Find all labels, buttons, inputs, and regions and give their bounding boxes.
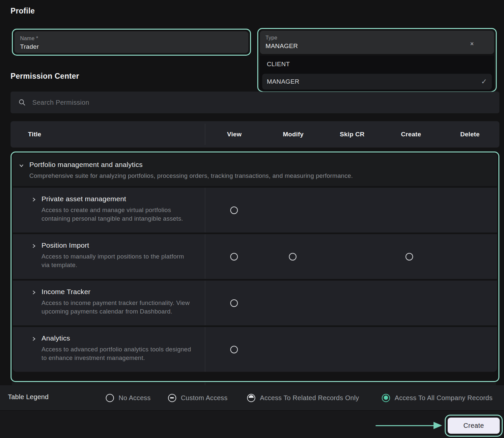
name-field[interactable]: Name * Trader [14, 31, 248, 53]
name-field-highlight: Name * Trader [12, 29, 251, 56]
group-title: Portfolio management and analytics [29, 161, 497, 169]
radio-create-no-access[interactable] [406, 253, 413, 260]
permission-row-position-import: Position Import Access to manually impor… [13, 234, 497, 279]
type-option-manager[interactable]: MANAGER ✓ [262, 74, 492, 90]
row-title: Position Import [42, 241, 192, 249]
row-column-divider [205, 281, 205, 325]
column-header-create: Create [381, 131, 440, 138]
type-select[interactable]: Type MANAGER × [260, 31, 494, 54]
type-field-highlight: Type MANAGER × CLIENT MANAGER ✓ [257, 28, 497, 92]
permission-row-private-asset-management: Private asset management Access to creat… [13, 188, 497, 233]
radio-view-no-access[interactable] [230, 253, 238, 260]
radio-empty-icon [106, 394, 114, 402]
type-option-manager-label: MANAGER [267, 78, 299, 85]
next-row-partial [12, 382, 496, 385]
radio-view-no-access[interactable] [230, 299, 238, 307]
chevron-right-icon[interactable] [31, 197, 37, 202]
header-column-divider [205, 124, 205, 145]
legend-item-label: Custom Access [181, 394, 228, 402]
row-column-divider [205, 188, 205, 233]
permission-profile-page: Profile Name * Trader Type MANAGER × CLI… [0, 0, 504, 438]
radio-half-filled-icon [247, 394, 255, 402]
chevron-right-icon[interactable] [31, 290, 37, 295]
row-column-divider [205, 327, 205, 372]
permission-row-income-tracker: Income Tracker Access to income payment … [13, 281, 497, 325]
search-permission-input[interactable] [32, 99, 491, 106]
chevron-right-icon[interactable] [31, 243, 37, 249]
name-field-value[interactable]: Trader [20, 43, 243, 50]
row-title: Analytics [42, 334, 192, 342]
legend-item-no-access: No Access [106, 385, 151, 410]
permission-center-title: Permission Center [11, 72, 79, 81]
legend-item-label: Access To All Company Records [395, 394, 492, 402]
legend-item-label: Access To Related Records Only [260, 394, 359, 402]
table-legend-label: Table Legend [8, 393, 49, 401]
row-description: Access to advanced portfolio analytics t… [42, 345, 192, 362]
row-description: Access to create and manage virtual port… [42, 206, 192, 223]
type-dropdown-panel: CLIENT MANAGER ✓ [260, 56, 494, 92]
radio-view-no-access[interactable] [230, 346, 238, 353]
column-header-delete: Delete [440, 131, 499, 138]
column-header-modify: Modify [264, 131, 323, 138]
row-column-divider [205, 234, 205, 279]
group-header-portfolio-management[interactable]: Portfolio management and analytics Compr… [13, 153, 497, 186]
search-permission-bar[interactable] [11, 92, 499, 113]
row-title: Private asset management [42, 195, 192, 203]
name-field-label: Name * [20, 36, 243, 41]
radio-modify-no-access[interactable] [289, 253, 296, 260]
arrow-annotation-line [376, 425, 435, 426]
type-field-label: Type [266, 35, 489, 41]
type-option-client[interactable]: CLIENT [262, 56, 492, 72]
table-legend-bar: Table Legend No Access Custom Access Acc… [0, 385, 504, 410]
footer-bar [0, 410, 504, 438]
check-icon: ✓ [481, 77, 487, 86]
permission-group-highlight: Portfolio management and analytics Compr… [11, 151, 499, 382]
row-description: Access to income payment tracker functio… [42, 299, 192, 316]
permission-table-header: Title View Modify Skip CR Create Delete [11, 121, 499, 148]
column-header-title: Title [11, 131, 205, 138]
permission-row-analytics: Analytics Access to advanced portfolio a… [13, 327, 497, 372]
chevron-right-icon[interactable] [31, 336, 37, 342]
profile-section-title: Profile [11, 7, 35, 15]
legend-item-custom-access: Custom Access [168, 385, 228, 410]
create-button[interactable]: Create [448, 418, 500, 434]
radio-dash-icon [168, 394, 176, 402]
column-header-view: View [205, 131, 264, 138]
row-title: Income Tracker [42, 288, 192, 296]
legend-item-related-records: Access To Related Records Only [247, 385, 359, 410]
search-icon [18, 99, 26, 106]
create-button-highlight: Create [445, 415, 503, 437]
row-description: Access to manually import positions to t… [42, 252, 192, 269]
type-field-value[interactable]: MANAGER [266, 42, 489, 50]
clear-icon[interactable]: × [470, 41, 474, 47]
column-header-skip-cr: Skip CR [323, 131, 382, 138]
legend-item-label: No Access [119, 394, 151, 402]
radio-filled-icon [382, 394, 390, 402]
arrow-annotation-head [434, 422, 442, 429]
chevron-down-icon[interactable] [18, 163, 24, 169]
legend-item-all-company-records: Access To All Company Records [382, 385, 492, 410]
radio-view-no-access[interactable] [230, 206, 238, 214]
group-description: Comprehensive suite for analyzing portfo… [29, 172, 497, 179]
